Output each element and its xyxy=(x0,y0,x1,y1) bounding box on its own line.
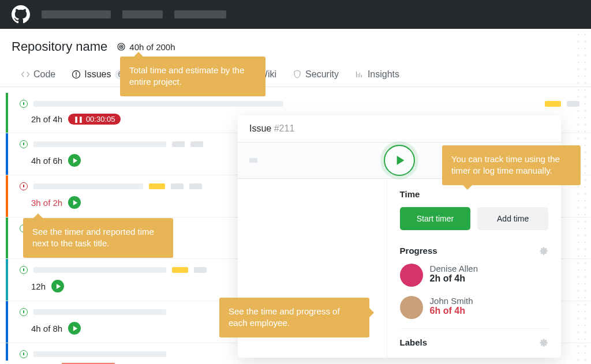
time-section-title: Time xyxy=(400,189,548,199)
big-play-button[interactable] xyxy=(384,145,415,176)
nav-placeholder xyxy=(42,10,111,18)
tab-issues[interactable]: Issues6 xyxy=(72,69,125,87)
issue-icon xyxy=(72,70,81,79)
svg-rect-4 xyxy=(76,72,77,75)
gear-icon[interactable] xyxy=(538,337,548,347)
issue-time: 4h of 6h xyxy=(31,156,62,166)
repo-header: Repository name 40h of 200h xyxy=(0,29,591,54)
github-logo-icon xyxy=(12,5,30,24)
tab-insights[interactable]: Insights xyxy=(355,69,399,87)
tab-security[interactable]: Security xyxy=(293,69,339,87)
repo-time-summary: 40h of 200h xyxy=(117,42,175,52)
play-button[interactable] xyxy=(68,322,81,335)
add-time-button[interactable]: Add time xyxy=(477,207,548,230)
gear-icon[interactable] xyxy=(538,245,548,256)
play-button[interactable] xyxy=(51,280,64,292)
open-issue-icon xyxy=(20,100,28,108)
github-topbar xyxy=(0,0,591,29)
nav-placeholder xyxy=(122,10,163,18)
tooltip-task-timer: See the timer and reported time next to … xyxy=(23,218,173,258)
open-issue-icon xyxy=(20,140,28,148)
issue-time: 2h of 4h xyxy=(31,114,62,124)
tooltip-track-time: You can track time using the timer or lo… xyxy=(442,145,581,185)
nav-placeholder xyxy=(174,10,226,18)
progress-person: John Smith6h of 4h xyxy=(400,296,548,319)
labels-section-title: Labels xyxy=(400,337,428,347)
svg-point-5 xyxy=(76,76,77,77)
progress-section-title: Progress xyxy=(400,246,437,256)
start-timer-button[interactable]: Start timer xyxy=(400,207,471,230)
progress-person: Denise Allen2h of 4h xyxy=(400,264,548,287)
target-icon xyxy=(117,42,126,51)
play-button[interactable] xyxy=(68,196,81,209)
open-issue-icon xyxy=(20,350,28,358)
tooltip-project-time: Total time and estimate by the entire pr… xyxy=(120,57,265,96)
issue-detail-title: Issue #211 xyxy=(238,115,561,142)
tooltip-employee-progress: See the time and progress of each employ… xyxy=(219,298,369,337)
open-issue-icon xyxy=(20,182,28,190)
running-timer[interactable]: ❚❚00:30:05 xyxy=(68,114,121,125)
open-issue-icon xyxy=(20,308,28,316)
repo-title: Repository name xyxy=(12,39,107,54)
repo-tabs: Code Issues6 Pull requests3 Projects1 Wi… xyxy=(0,54,591,87)
avatar xyxy=(400,296,423,319)
issue-time: 4h of 8h xyxy=(31,324,62,333)
avatar xyxy=(400,264,423,287)
play-button[interactable] xyxy=(68,154,81,167)
shield-icon xyxy=(293,70,302,79)
issue-time: 3h of 2h xyxy=(31,198,62,208)
open-issue-icon xyxy=(20,266,28,274)
tab-code[interactable]: Code xyxy=(21,69,55,87)
graph-icon xyxy=(355,70,364,79)
issue-time: 12h xyxy=(31,282,46,291)
svg-point-2 xyxy=(121,46,122,47)
code-icon xyxy=(21,70,30,79)
